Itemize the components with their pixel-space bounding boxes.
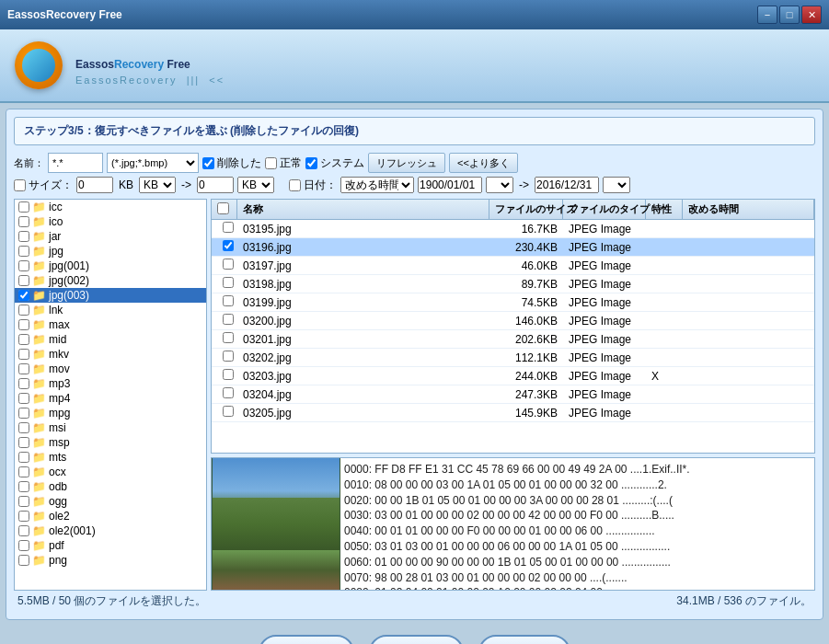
row-checkbox[interactable] [223,406,234,417]
row-checkbox-cell[interactable] [212,312,237,329]
normal-checkbox-label[interactable]: 正常 [265,155,302,171]
deleted-checkbox-label[interactable]: 削除した [202,155,261,171]
size-to-input[interactable] [197,177,234,193]
row-checkbox[interactable] [223,259,234,270]
row-checkbox-cell[interactable] [212,293,237,311]
tree-item[interactable]: 📁 ico [15,214,206,229]
home-button[interactable]: ↺ Home [259,635,354,644]
tree-checkbox[interactable] [18,216,29,227]
tree-checkbox[interactable] [18,525,29,536]
table-row[interactable]: 03201.jpg 202.6KB JPEG Image [212,330,814,349]
row-checkbox-cell[interactable] [212,257,237,274]
date-unit-select[interactable] [486,177,513,193]
col-date[interactable]: 改める時間 [683,200,814,219]
tree-checkbox[interactable] [18,363,29,374]
next-button[interactable]: → Next [478,635,570,644]
tree-item[interactable]: 📁 msp [15,435,206,450]
date-from-input[interactable] [418,177,482,193]
row-checkbox[interactable] [223,369,234,380]
date-checkbox[interactable] [289,179,301,191]
file-list[interactable]: 名称 ファイルのサイズ ファイルのタイプ 特性 改める時間 03195.jpg … [211,199,815,454]
tree-item[interactable]: 📁 jar [15,229,206,244]
tree-item[interactable]: 📁 mkv [15,347,206,362]
date-filter-select[interactable]: 改める時間 [340,177,414,193]
tree-checkbox[interactable] [18,305,29,316]
tree-checkbox[interactable] [18,231,29,242]
row-checkbox-cell[interactable] [212,220,237,237]
tree-item[interactable]: 📁 jpg(001) [15,259,206,273]
tree-item[interactable]: 📁 ole2 [15,509,206,523]
tree-item[interactable]: 📁 ocx [15,465,206,479]
tree-checkbox[interactable] [18,378,29,389]
tree-item[interactable]: 📁 mp3 [15,376,206,391]
table-row[interactable]: 03199.jpg 74.5KB JPEG Image [212,293,814,312]
row-checkbox-cell[interactable] [212,275,237,293]
tree-item[interactable]: 📁 ole2(001) [15,523,206,538]
tree-checkbox[interactable] [18,481,29,492]
row-checkbox-cell[interactable] [212,349,237,366]
row-checkbox[interactable] [223,240,234,251]
tree-checkbox[interactable] [18,422,29,433]
tree-checkbox[interactable] [18,290,29,301]
tree-checkbox[interactable] [18,540,29,551]
col-type[interactable]: ファイルのタイプ [563,200,646,219]
select-all-checkbox[interactable] [217,202,229,214]
tree-checkbox[interactable] [18,452,29,463]
row-checkbox[interactable] [223,387,234,398]
date-to-unit-select[interactable] [603,177,630,193]
row-checkbox[interactable] [223,222,234,233]
tree-item[interactable]: 📁 jpg [15,244,206,259]
size-checkbox-label[interactable]: サイズ： [14,178,73,193]
size-unit-select1[interactable]: KB [139,177,176,193]
date-to-input[interactable] [535,177,599,193]
col-size[interactable]: ファイルのサイズ [489,200,563,219]
system-checkbox[interactable] [305,157,317,169]
close-button[interactable]: ✕ [801,6,822,24]
tree-item[interactable]: 📁 mov [15,362,206,376]
row-checkbox-cell[interactable] [212,404,237,421]
tree-checkbox[interactable] [18,511,29,522]
tree-checkbox[interactable] [18,349,29,360]
row-checkbox-cell[interactable] [212,238,237,256]
row-checkbox[interactable] [223,314,234,325]
size-from-input[interactable] [76,177,113,193]
tree-item[interactable]: 📁 jpg(002) [15,273,206,288]
row-checkbox-cell[interactable] [212,385,237,403]
tree-item[interactable]: 📁 jpg(003) [15,288,206,303]
tree-checkbox[interactable] [18,555,29,566]
tree-checkbox[interactable] [18,260,29,271]
date-checkbox-label[interactable]: 日付： [289,178,337,193]
normal-checkbox[interactable] [265,157,277,169]
tree-item[interactable]: 📁 pdf [15,538,206,553]
deleted-checkbox[interactable] [202,157,214,169]
tree-item[interactable]: 📁 mp4 [15,391,206,406]
tree-checkbox[interactable] [18,275,29,286]
row-checkbox[interactable] [223,277,234,288]
more-button[interactable]: <<より多く [449,153,518,173]
name-input[interactable] [48,153,103,173]
size-unit-select2[interactable]: KB [237,177,274,193]
tree-checkbox[interactable] [18,334,29,345]
tree-checkbox[interactable] [18,393,29,404]
file-type-select[interactable]: (*.jpg;*.bmp) [107,153,199,173]
row-checkbox[interactable] [223,332,234,343]
tree-checkbox[interactable] [18,246,29,257]
tree-checkbox[interactable] [18,201,29,213]
tree-item[interactable]: 📁 mid [15,332,206,347]
table-row[interactable]: 03202.jpg 112.1KB JPEG Image [212,349,814,367]
tree-item[interactable]: 📁 msi [15,420,206,435]
tree-item[interactable]: 📁 lnk [15,303,206,317]
tree-item[interactable]: 📁 ogg [15,494,206,509]
row-checkbox[interactable] [223,295,234,306]
tree-checkbox[interactable] [18,319,29,330]
tree-item[interactable]: 📁 icc [15,200,206,214]
tree-item[interactable]: 📁 max [15,317,206,332]
back-button[interactable]: ← Back [369,635,464,644]
col-name[interactable]: 名称 [237,200,489,219]
tree-item[interactable]: 📁 png [15,553,206,568]
table-row[interactable]: 03204.jpg 247.3KB JPEG Image [212,385,814,404]
size-checkbox[interactable] [14,179,26,191]
tree-checkbox[interactable] [18,466,29,477]
table-row[interactable]: 03200.jpg 146.0KB JPEG Image [212,312,814,330]
table-row[interactable]: 03198.jpg 89.7KB JPEG Image [212,275,814,293]
